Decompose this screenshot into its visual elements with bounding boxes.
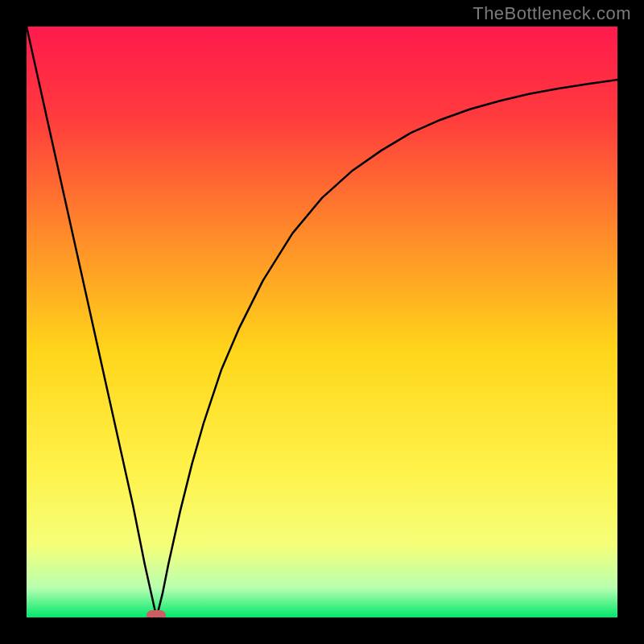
watermark-text: TheBottleneck.com: [473, 3, 631, 24]
gradient-background: [27, 27, 617, 617]
chart-frame: TheBottleneck.com: [0, 0, 644, 644]
gradient-rect: [27, 27, 617, 617]
plot-area: [27, 27, 617, 617]
min-marker: [147, 610, 166, 617]
